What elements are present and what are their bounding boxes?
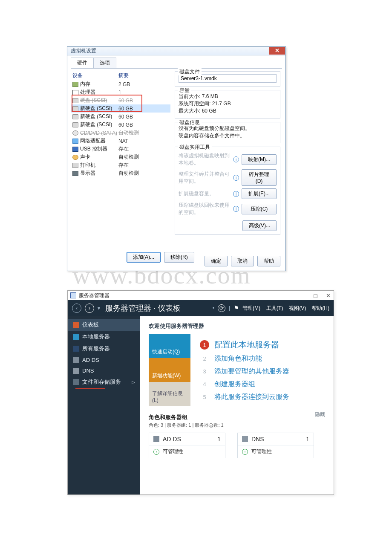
step-number: 4 bbox=[200, 379, 209, 389]
role-status: 可管理性 bbox=[251, 448, 272, 455]
role-card[interactable]: DNS1↑可管理性 bbox=[237, 433, 314, 458]
device-row[interactable]: 新硬盘 (SCSI)60 GB bbox=[71, 113, 170, 121]
role-name: DNS bbox=[251, 436, 264, 442]
sidebar-icon bbox=[73, 346, 79, 352]
device-row[interactable]: 新硬盘 (SCSI)60 GB bbox=[71, 104, 170, 113]
sidebar-item[interactable]: 仪表板 bbox=[68, 319, 140, 331]
device-row[interactable]: 处理器1 bbox=[71, 88, 170, 96]
disk-file-legend: 磁盘文件 bbox=[178, 68, 202, 75]
disk-info-line2: 硬盘内容存储在多个文件中。 bbox=[179, 132, 277, 139]
sidebar-item[interactable]: 文件和存储服务▷ bbox=[68, 376, 140, 388]
device-icon bbox=[72, 171, 78, 176]
quick-task[interactable]: 5将此服务器连接到云服务 bbox=[200, 392, 325, 402]
role-card[interactable]: AD DS1↑可管理性 bbox=[149, 433, 225, 458]
device-row[interactable]: 新硬盘 (SCSI)60 GB bbox=[71, 121, 170, 129]
device-icon bbox=[72, 114, 78, 119]
sidebar-item[interactable]: DNS bbox=[68, 365, 140, 376]
sidebar-item[interactable]: AD DS bbox=[68, 355, 140, 365]
device-row[interactable]: 内存2 GB bbox=[71, 80, 170, 88]
expand-button[interactable]: 扩展(E)... bbox=[242, 188, 277, 199]
ok-button[interactable]: 确定 bbox=[205, 256, 228, 266]
map-button[interactable]: 映射(M)... bbox=[242, 154, 277, 165]
remove-button[interactable]: 移除(R) bbox=[164, 252, 194, 263]
roles-subtitle: 角色: 3 | 服务器组: 1 | 服务器总数: 1 bbox=[149, 422, 325, 428]
device-icon bbox=[72, 90, 78, 95]
quickstart-tile[interactable]: 快速启动(Q) bbox=[149, 334, 190, 358]
role-count: 1 bbox=[306, 436, 309, 442]
app-icon bbox=[70, 292, 76, 298]
maximize-button[interactable]: ◻ bbox=[312, 292, 318, 299]
disk-file-input[interactable] bbox=[179, 74, 277, 83]
quick-task[interactable]: 1配置此本地服务器 bbox=[200, 339, 325, 350]
nav-forward-button[interactable]: › bbox=[85, 304, 94, 313]
cancel-button[interactable]: 取消 bbox=[231, 256, 254, 266]
quickstart-tile[interactable]: 了解详细信息(L) bbox=[149, 382, 190, 406]
step-number: 1 bbox=[200, 340, 209, 350]
refresh-icon[interactable]: ⟳ bbox=[218, 304, 225, 312]
device-row[interactable]: 打印机存在 bbox=[71, 161, 170, 169]
device-summary: 60 GB bbox=[118, 122, 169, 128]
sidebar-item-label: DNS bbox=[82, 367, 94, 374]
window-titlebar: 服务器管理器 — ◻ ✕ bbox=[68, 291, 334, 300]
quickstart-tile[interactable]: 新增功能(W) bbox=[149, 358, 190, 382]
device-row[interactable]: 显示器自动检测 bbox=[71, 169, 170, 177]
quick-task[interactable]: 3添加要管理的其他服务器 bbox=[200, 367, 325, 376]
device-name: USB 控制器 bbox=[80, 145, 107, 153]
device-summary: 60 GB bbox=[118, 114, 169, 120]
advanced-button[interactable]: 高级(V)... bbox=[242, 220, 277, 231]
tab-hardware[interactable]: 硬件 bbox=[71, 58, 94, 68]
add-button[interactable]: 添加(A)... bbox=[127, 252, 161, 263]
defrag-desc: 整理文件碎片并整合可用空间。 bbox=[179, 171, 231, 185]
defrag-button[interactable]: 碎片整理(D) bbox=[242, 169, 277, 186]
close-button[interactable]: ✕ bbox=[325, 292, 331, 299]
device-icon bbox=[72, 130, 78, 136]
menu-item[interactable]: 工具(T) bbox=[266, 305, 283, 312]
roles-title: 角色和服务器组 bbox=[149, 413, 325, 421]
nav-back-button[interactable]: ‹ bbox=[72, 304, 81, 313]
device-name: 处理器 bbox=[80, 89, 95, 96]
device-name: 显示器 bbox=[80, 170, 95, 177]
device-name: 网络适配器 bbox=[80, 137, 106, 145]
tab-options[interactable]: 选项 bbox=[93, 58, 116, 68]
device-icon bbox=[72, 122, 78, 127]
close-button[interactable]: ✕ bbox=[269, 47, 285, 55]
sidebar-item-label: 仪表板 bbox=[82, 321, 99, 329]
device-icon bbox=[72, 147, 78, 152]
sidebar-item-label: 所有服务器 bbox=[82, 345, 110, 353]
device-row[interactable]: 声卡自动检测 bbox=[71, 153, 170, 161]
device-name: 新硬盘 (SCSI) bbox=[80, 121, 112, 128]
quick-task[interactable]: 4创建服务器组 bbox=[200, 379, 325, 389]
welcome-heading: 欢迎使用服务器管理器 bbox=[149, 322, 325, 330]
step-number: 3 bbox=[200, 367, 209, 376]
sidebar-item-label: 本地服务器 bbox=[82, 333, 110, 341]
col-summary: 摘要 bbox=[118, 72, 169, 79]
capacity-group: 容量 当前大小: 7.6 MB 系统可用空间: 21.7 GB 最大大小: 60… bbox=[175, 90, 280, 119]
device-row[interactable]: 网络适配器NAT bbox=[71, 137, 170, 145]
quick-task-label: 创建服务器组 bbox=[214, 380, 255, 389]
minimize-button[interactable]: — bbox=[300, 292, 306, 299]
notifications-icon[interactable]: ⚑ bbox=[233, 304, 239, 312]
device-row[interactable]: USB 控制器存在 bbox=[71, 145, 170, 153]
status-up-icon: ↑ bbox=[242, 449, 248, 455]
header-bar: ‹ › ▾ 服务器管理器 · 仪表板 • ⟳ | ⚑ 管理(M)工具(T)视图(… bbox=[68, 300, 334, 316]
device-row[interactable]: CD/DVD (SATA)自动检测 bbox=[71, 129, 170, 137]
device-name: 新硬盘 (SCSI) bbox=[80, 113, 112, 120]
menu-item[interactable]: 管理(M) bbox=[242, 305, 260, 312]
device-list: 设备 摘要 内存2 GB处理器1硬盘 (SCSI)60 GB新硬盘 (SCSI)… bbox=[71, 71, 173, 265]
window-title: 服务器管理器 bbox=[79, 292, 110, 299]
help-button[interactable]: 帮助 bbox=[257, 256, 280, 266]
role-count: 1 bbox=[217, 436, 221, 442]
quick-task-label: 添加要管理的其他服务器 bbox=[214, 367, 289, 376]
hide-link[interactable]: 隐藏 bbox=[315, 411, 325, 418]
sidebar-item[interactable]: 所有服务器 bbox=[68, 343, 140, 355]
sidebar-item[interactable]: 本地服务器 bbox=[68, 331, 140, 343]
device-row[interactable]: 硬盘 (SCSI)60 GB bbox=[71, 96, 170, 104]
role-icon bbox=[153, 436, 159, 442]
info-icon: i bbox=[233, 206, 239, 212]
device-name: 新硬盘 (SCSI) bbox=[80, 105, 112, 112]
menu-item[interactable]: 视图(V) bbox=[289, 305, 306, 312]
capacity-free: 系统可用空间: 21.7 GB bbox=[179, 100, 277, 107]
quick-task[interactable]: 2添加角色和功能 bbox=[200, 354, 325, 363]
compact-button[interactable]: 压缩(C) bbox=[242, 204, 277, 214]
menu-item[interactable]: 帮助(H) bbox=[312, 305, 329, 312]
